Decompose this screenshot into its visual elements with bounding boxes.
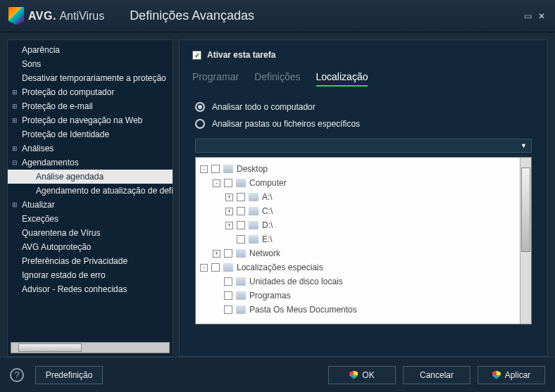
folder-icon — [236, 249, 246, 258]
sidebar-item[interactable]: Agendamento de atualização de definições — [8, 184, 173, 198]
tree-node[interactable]: +Network — [199, 246, 517, 260]
apply-button[interactable]: Aplicar — [478, 366, 545, 384]
tree-node[interactable]: -Computer — [199, 176, 517, 190]
node-checkbox[interactable] — [237, 221, 245, 229]
folder-icon — [249, 193, 258, 201]
expand-icon[interactable]: + — [225, 194, 233, 201]
sidebar-item[interactable]: AVG Autoproteção — [8, 240, 173, 254]
node-checkbox[interactable] — [237, 235, 245, 244]
tree-node[interactable]: Programas — [199, 289, 517, 303]
sidebar-item[interactable]: Agendamentos — [8, 156, 173, 170]
node-label: D:\ — [262, 220, 273, 230]
sidebar-horizontal-scrollbar[interactable] — [11, 342, 170, 353]
node-checkbox[interactable] — [224, 249, 232, 258]
expand-icon[interactable]: + — [225, 208, 233, 215]
sidebar-item[interactable]: Proteção de e-mail — [8, 99, 173, 113]
sidebar-item[interactable]: Quarentena de Vírus — [8, 226, 173, 240]
node-checkbox[interactable] — [237, 207, 245, 215]
sidebar-item[interactable]: Ignorar estado de erro — [8, 268, 173, 282]
tab[interactable]: Definições — [254, 71, 300, 87]
sidebar-item[interactable]: Preferências de Privacidade — [8, 254, 173, 268]
checkbox-icon[interactable]: ✓ — [192, 51, 201, 60]
page-title: Definições Avançadas — [130, 8, 254, 23]
tree-node[interactable]: -Localizações especiais — [199, 260, 517, 274]
tab[interactable]: Localização — [316, 71, 368, 87]
sidebar-item[interactable]: Sons — [8, 57, 173, 71]
sidebar-item[interactable]: Aparência — [8, 43, 173, 57]
tree-node[interactable]: -Desktop — [199, 162, 517, 176]
scrollbar-thumb[interactable] — [521, 167, 530, 252]
tree-node[interactable]: +C:\ — [199, 204, 517, 218]
collapse-icon[interactable]: - — [213, 179, 220, 187]
folder-icon — [223, 263, 233, 272]
tree-node[interactable]: +A:\ — [199, 190, 517, 204]
footer-bar: ? Predefinição OK Cancelar Aplicar — [0, 357, 555, 392]
tree-node[interactable]: Pasta Os Meus Documentos — [199, 303, 517, 317]
collapse-icon[interactable]: - — [200, 264, 208, 272]
preset-label: Predefinição — [46, 370, 93, 380]
logo-text: AVG. AntiVirus — [28, 10, 104, 23]
tree-node[interactable]: Unidades de disco locais — [199, 274, 517, 289]
node-checkbox[interactable] — [224, 179, 232, 187]
node-checkbox[interactable] — [211, 263, 220, 272]
avg-badge-icon — [8, 7, 24, 25]
node-checkbox[interactable] — [224, 305, 232, 314]
node-label: E:\ — [262, 234, 273, 244]
sidebar-item[interactable]: Análise agendada — [8, 170, 173, 184]
node-checkbox[interactable] — [237, 193, 245, 201]
tab[interactable]: Programar — [192, 71, 239, 87]
location-dropdown[interactable]: ▼ — [195, 139, 532, 153]
folder-icon — [249, 235, 258, 244]
node-checkbox[interactable] — [224, 277, 232, 286]
sidebar-item[interactable]: Atualizar — [8, 198, 173, 212]
minimize-icon[interactable]: ▭ — [523, 11, 532, 21]
expand-icon[interactable]: + — [213, 250, 220, 258]
logo-product: AntiVirus — [59, 10, 104, 22]
expand-icon[interactable]: + — [225, 222, 233, 229]
radio-label: Analisar pastas ou ficheiros específicos — [212, 119, 360, 129]
sidebar-item[interactable]: Proteção do computador — [8, 85, 173, 99]
ok-button[interactable]: OK — [328, 366, 396, 384]
node-label: A:\ — [262, 192, 273, 202]
node-checkbox[interactable] — [224, 291, 232, 300]
tree-node[interactable]: +D:\ — [199, 218, 517, 232]
radio-option[interactable]: Analisar pastas ou ficheiros específicos — [195, 119, 535, 129]
sidebar-item[interactable]: Exceções — [8, 212, 173, 226]
radio-icon[interactable] — [195, 119, 205, 129]
cancel-label: Cancelar — [420, 370, 454, 380]
scrollbar-thumb[interactable] — [18, 343, 82, 352]
scan-scope-radio-group: Analisar todo o computadorAnalisar pasta… — [195, 102, 535, 129]
apply-label: Aplicar — [505, 370, 531, 380]
sidebar-item[interactable]: Análises — [8, 141, 173, 156]
folder-icon — [236, 277, 246, 286]
radio-label: Analisar todo o computador — [212, 102, 316, 112]
node-checkbox[interactable] — [211, 165, 220, 173]
ok-label: OK — [362, 370, 374, 380]
folder-tree: -Desktop-Computer+A:\+C:\+D:\E:\+Network… — [195, 157, 532, 324]
tree-vertical-scrollbar[interactable] — [520, 158, 531, 324]
enable-task-checkbox[interactable]: ✓ Ativar esta tarefa — [192, 50, 535, 60]
sidebar-item[interactable]: Proteção de Identidade — [8, 127, 173, 141]
node-label: Unidades de disco locais — [249, 277, 343, 286]
radio-icon[interactable] — [195, 102, 205, 112]
folder-tree-body[interactable]: -Desktop-Computer+A:\+C:\+D:\E:\+Network… — [196, 158, 520, 324]
cancel-button[interactable]: Cancelar — [403, 366, 470, 384]
collapse-icon[interactable]: - — [200, 165, 208, 173]
content-area: AparênciaSonsDesativar temporariamente a… — [0, 32, 555, 357]
sidebar-item[interactable]: Proteção de navegação na Web — [8, 113, 173, 127]
tab-bar: ProgramarDefiniçõesLocalização — [192, 71, 535, 87]
enable-task-label: Ativar esta tarefa — [207, 50, 275, 60]
radio-option[interactable]: Analisar todo o computador — [195, 102, 535, 112]
help-button[interactable]: ? — [10, 368, 24, 382]
sidebar-item[interactable]: Advisor - Redes conhecidas — [8, 282, 173, 296]
tree-node[interactable]: E:\ — [199, 232, 517, 246]
sidebar-tree[interactable]: AparênciaSonsDesativar temporariamente a… — [8, 40, 173, 339]
window-controls: ▭ ✕ — [523, 11, 547, 21]
folder-icon — [236, 291, 246, 300]
toggle-spacer — [225, 236, 233, 244]
logo-brand: AVG. — [28, 10, 56, 22]
sidebar-item[interactable]: Desativar temporariamente a proteção — [8, 71, 173, 85]
preset-button[interactable]: Predefinição — [35, 366, 103, 384]
toggle-spacer — [213, 292, 220, 300]
close-icon[interactable]: ✕ — [537, 11, 547, 21]
